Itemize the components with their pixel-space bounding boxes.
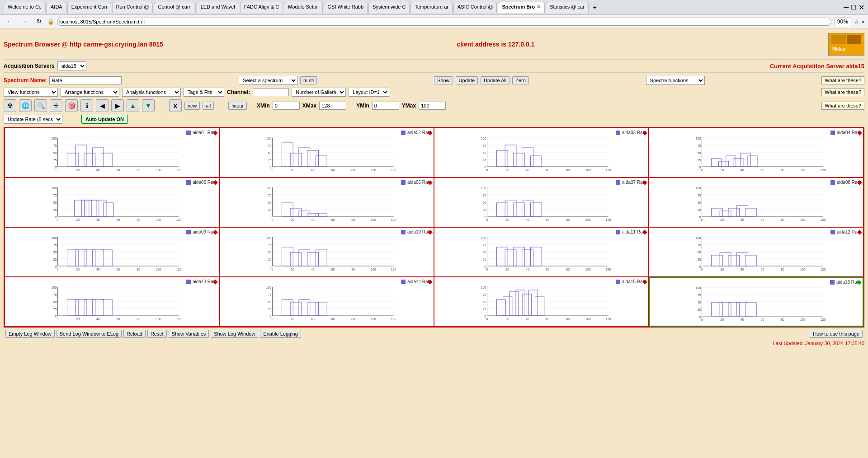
down-arrow-icon-btn[interactable]: ▼ xyxy=(142,99,155,112)
forward-button[interactable]: → xyxy=(19,17,31,26)
show-button[interactable]: Show xyxy=(434,76,453,84)
svg-text:100: 100 xyxy=(156,268,161,271)
back-button[interactable]: ← xyxy=(4,17,16,26)
close-tab-icon[interactable]: ✕ xyxy=(537,4,541,9)
what-are-these-button2[interactable]: What are these? xyxy=(821,88,864,96)
bottom-btn-5[interactable]: Show Log Window xyxy=(211,330,258,338)
ymin-input[interactable] xyxy=(372,102,399,110)
svg-text:60: 60 xyxy=(331,218,335,221)
view-functions-select[interactable]: View functions xyxy=(4,88,58,97)
tab-temp[interactable]: Temperature ar xyxy=(410,2,453,13)
layout-select[interactable]: Layout ID=1 xyxy=(349,88,389,97)
ymax-input[interactable] xyxy=(419,102,446,110)
legend-box-aida10 xyxy=(401,230,406,234)
tab-experiment[interactable]: Experiment Con xyxy=(67,2,111,13)
maximize-icon[interactable]: □ xyxy=(851,3,856,11)
ymax-label: YMax xyxy=(402,103,416,109)
x-close-btn[interactable]: x xyxy=(169,99,182,112)
chart-cell-aida09[interactable]: aida09 Rate◆1007550250020406080100120 xyxy=(5,227,219,277)
up-arrow-icon-btn[interactable]: ▲ xyxy=(127,99,139,112)
tab-system[interactable]: System wide C xyxy=(368,2,410,13)
new-tab-button[interactable]: + xyxy=(590,2,600,13)
chart-cell-aida01[interactable]: aida01 Rate◆1007550250020406080100120 xyxy=(5,128,219,178)
chart-svg-aida09: 1007550250020406080100120 xyxy=(7,235,217,271)
bottom-btn-3[interactable]: Reset xyxy=(147,330,167,338)
zero-button[interactable]: Zero xyxy=(512,76,529,84)
spectrum-name-input[interactable] xyxy=(49,76,122,84)
spectra-functions-select[interactable]: Spectra functions xyxy=(646,76,705,85)
svg-text:40: 40 xyxy=(311,168,315,172)
tab-fadc[interactable]: FADC Align & C xyxy=(240,2,283,13)
tab-asic[interactable]: ASIC Control @ xyxy=(453,2,497,13)
last-updated: Last Updated: January 30, 2024 17:35:40 xyxy=(4,340,864,346)
bottom-btn-6[interactable]: Enable Logging xyxy=(260,330,301,338)
arrange-functions-select[interactable]: Arrange functions xyxy=(61,88,119,97)
tab-welcome[interactable]: Welcome to Ce xyxy=(4,2,46,13)
analysis-functions-select[interactable]: Analysis functions xyxy=(122,88,181,97)
minimize-icon[interactable]: ─ xyxy=(844,3,849,11)
svg-text:40: 40 xyxy=(741,218,744,221)
tab-module[interactable]: Module Settin xyxy=(284,2,322,13)
chart-cell-aida08[interactable]: aida08 Rate◆1007550250020406080100120 xyxy=(649,178,863,227)
legend-box-aida16 xyxy=(830,280,835,285)
linear-btn[interactable]: linear xyxy=(228,102,247,110)
num-galleries-select[interactable]: Number of Galleries xyxy=(292,88,346,97)
what-are-these-button1[interactable]: What are these? xyxy=(821,76,864,84)
tab-control[interactable]: Control @ carn xyxy=(154,2,195,13)
bottom-btn-1[interactable]: Send Log Window to ELog xyxy=(57,330,122,338)
chart-cell-aida05[interactable]: aida05 Rate◆1007550250020406080100120 xyxy=(5,178,219,227)
bottom-btn-4[interactable]: Show Variables xyxy=(169,330,209,338)
info-icon-btn[interactable]: ℹ xyxy=(80,99,93,112)
select-spectrum-dropdown[interactable]: Select a spectrum xyxy=(239,76,297,85)
how-to-use-button[interactable]: How to use this page xyxy=(810,330,863,338)
new-btn[interactable]: new xyxy=(184,102,200,110)
crosshair-icon-btn[interactable]: ✛ xyxy=(50,99,62,112)
tab-statistics[interactable]: Statistics @ car xyxy=(546,2,589,13)
bottom-btn-0[interactable]: Empty Log Window xyxy=(5,330,55,338)
tab-gsi[interactable]: GSI White Rabb xyxy=(324,2,368,13)
chart-cell-aida02[interactable]: aida02 Rate◆1007550250020406080100120 xyxy=(219,128,434,178)
update-button[interactable]: Update xyxy=(456,76,478,84)
chart-cell-aida15[interactable]: aida15 Rate◆1007550250020406080100120 xyxy=(434,277,649,327)
bottom-btn-2[interactable]: Reload xyxy=(123,330,146,338)
acquisition-server-select[interactable]: aida15 xyxy=(57,61,86,70)
chart-cell-aida06[interactable]: aida06 Rate◆1007550250020406080100120 xyxy=(219,178,434,227)
tags-fits-select[interactable]: Tags & Fits xyxy=(184,88,224,97)
tab-aida[interactable]: AIDA xyxy=(47,2,66,13)
search-icon-btn[interactable]: 🔍 xyxy=(34,99,47,112)
xmax-input[interactable] xyxy=(319,102,346,110)
chart-cell-aida03[interactable]: aida03 Rate◆1007550250020406080100120 xyxy=(434,128,649,178)
url-bar[interactable] xyxy=(57,18,831,26)
xmin-input[interactable] xyxy=(273,102,300,110)
what-are-these-button3[interactable]: What are these? xyxy=(821,102,864,110)
chart-cell-aida10[interactable]: aida10 Rate◆1007550250020406080100120 xyxy=(219,227,434,277)
radiation-icon-btn[interactable]: ☢ xyxy=(4,99,16,112)
update-all-button[interactable]: Update All xyxy=(481,76,509,84)
chart-cell-aida14[interactable]: aida14 Rate◆1007550250020406080100120 xyxy=(219,277,434,327)
svg-text:75: 75 xyxy=(268,194,272,197)
multi-button[interactable]: multi xyxy=(300,76,317,84)
tab-spectrum[interactable]: Spectrum Bro✕ xyxy=(498,2,545,13)
svg-text:100: 100 xyxy=(800,218,806,221)
bottom-bar: Empty Log WindowSend Log Window to ELogR… xyxy=(4,327,864,340)
right-arrow-icon-btn[interactable]: ▶ xyxy=(111,99,124,112)
chart-cell-aida16[interactable]: aida16 Rate◆1007550250020406080100120 xyxy=(649,277,863,327)
chart-cell-aida07[interactable]: aida07 Rate◆1007550250020406080100120 xyxy=(434,178,649,227)
all-btn[interactable]: all xyxy=(203,102,214,110)
update-rate-select[interactable]: Update Rate (8 secs) xyxy=(4,115,62,124)
close-window-icon[interactable]: ✕ xyxy=(859,3,864,12)
channel-input[interactable] xyxy=(253,88,289,96)
reload-button[interactable]: ↻ xyxy=(33,17,45,26)
target-icon-btn[interactable]: 🎯 xyxy=(65,99,78,112)
chart-cell-aida11[interactable]: aida11 Rate◆1007550250020406080100120 xyxy=(434,227,649,277)
left-arrow-icon-btn[interactable]: ◀ xyxy=(96,99,108,112)
tab-runcontrol[interactable]: Run Control @ xyxy=(112,2,153,13)
star-icon[interactable]: ☆ xyxy=(854,19,859,25)
auto-update-button[interactable]: Auto Update ON xyxy=(81,115,128,124)
extend-icon[interactable]: » xyxy=(862,19,864,24)
chart-cell-aida04[interactable]: aida04 Rate◆1007550250020406080100120 xyxy=(649,128,863,178)
chart-cell-aida12[interactable]: aida12 Rate◆1007550250020406080100120 xyxy=(649,227,863,277)
chart-cell-aida13[interactable]: aida13 Rate◆1007550250020406080100120 xyxy=(5,277,219,327)
tab-led[interactable]: LED and Wavel xyxy=(197,2,239,13)
globe-icon-btn[interactable]: 🌐 xyxy=(19,99,32,112)
